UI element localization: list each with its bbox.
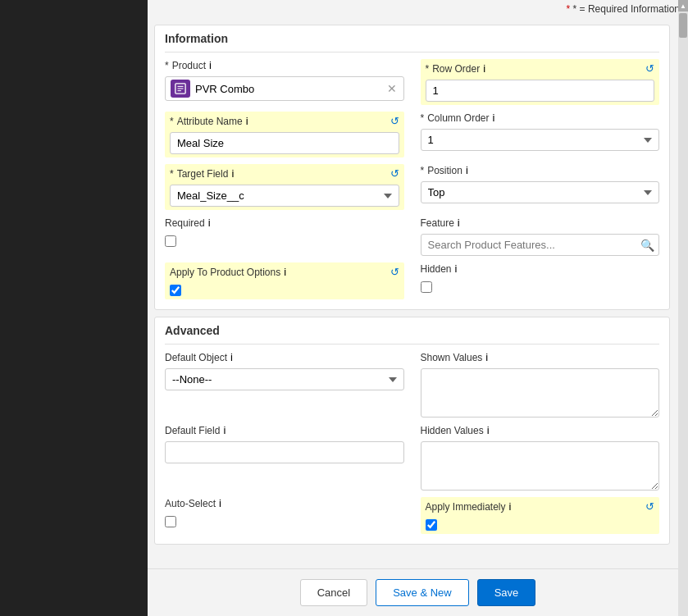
footer-bar: Cancel Save & New Save (148, 568, 688, 616)
hidden-group: Hidden i (421, 262, 660, 299)
hidden-values-group: Hidden Values i (421, 424, 660, 491)
information-form-grid: * Product i (165, 59, 659, 299)
asterisk: * (567, 3, 571, 15)
attribute-name-info-icon[interactable]: i (246, 115, 248, 127)
position-info-icon[interactable]: i (466, 164, 468, 176)
hidden-label-row: Hidden i (421, 262, 660, 275)
hidden-checkbox-wrapper (421, 281, 660, 293)
target-field-required-star: * (170, 168, 174, 180)
default-object-select[interactable]: --None-- (165, 368, 404, 390)
default-field-label-row: Default Field i (165, 424, 404, 436)
apply-product-options-reset-icon[interactable]: ↺ (390, 266, 399, 278)
apply-immediately-checkbox[interactable] (426, 519, 437, 531)
product-required-star: * (165, 60, 169, 71)
product-input-wrapper: PVR Combo ✕ (165, 76, 404, 101)
hidden-values-label: Hidden Values (421, 425, 484, 436)
feature-info-icon[interactable]: i (458, 217, 460, 229)
row-order-info-icon[interactable]: i (483, 62, 485, 75)
required-checkbox-info-icon[interactable]: i (208, 217, 211, 229)
position-group: * Position i Top Bottom Left Right (421, 164, 660, 210)
feature-search-input[interactable] (421, 234, 660, 256)
apply-immediately-info-icon[interactable]: i (509, 500, 512, 513)
auto-select-label: Auto-Select (165, 498, 216, 509)
apply-product-options-label-row: Apply To Product Options i ↺ (170, 266, 399, 278)
shown-values-label-row: Shown Values i (421, 351, 660, 363)
position-required-star: * (421, 165, 425, 176)
auto-select-label-row: Auto-Select i (165, 497, 404, 509)
information-section-header: Information (155, 25, 669, 52)
default-object-group: Default Object i --None-- (165, 351, 404, 418)
product-svg-icon (175, 83, 186, 94)
required-checkbox[interactable] (165, 235, 176, 247)
position-label-row: * Position i (421, 164, 660, 176)
product-clear-button[interactable]: ✕ (385, 82, 399, 95)
target-field-reset-icon[interactable]: ↺ (390, 167, 399, 180)
apply-immediately-group: Apply Immediately i ↺ (421, 497, 660, 534)
save-button[interactable]: Save (477, 579, 536, 606)
feature-label-row: Feature i (421, 217, 660, 229)
left-panel (0, 0, 148, 616)
attribute-name-label: Attribute Name (177, 116, 243, 127)
apply-product-options-checkbox[interactable] (170, 285, 181, 296)
target-field-label-row: * Target Field i ↺ (170, 167, 399, 180)
information-section: Information * Product i (154, 25, 670, 310)
product-info-icon[interactable]: i (209, 59, 212, 71)
feature-search-wrapper: 🔍 (421, 234, 660, 256)
position-label: Position (427, 165, 462, 176)
product-group: * Product i (165, 59, 404, 105)
hidden-values-textarea[interactable] (421, 441, 660, 491)
scrollbar-thumb[interactable] (679, 13, 687, 38)
target-field-info-icon[interactable]: i (231, 167, 234, 180)
target-field-label: Target Field (177, 168, 229, 180)
product-label-row: * Product i (165, 59, 404, 71)
scrollbar-track[interactable]: ▲ (678, 0, 688, 616)
attribute-name-reset-icon[interactable]: ↺ (390, 115, 399, 127)
column-order-label: Column Order (427, 112, 489, 124)
default-object-info-icon[interactable]: i (230, 351, 233, 363)
default-field-input[interactable] (165, 441, 404, 463)
attribute-name-input[interactable] (170, 132, 399, 154)
information-section-body: * Product i (155, 52, 669, 309)
bottom-spacer (148, 551, 677, 559)
apply-product-options-info-icon[interactable]: i (284, 266, 286, 278)
advanced-form-grid: Default Object i --None-- Shown Values i (165, 351, 659, 534)
hidden-info-icon[interactable]: i (455, 262, 458, 275)
apply-immediately-label: Apply Immediately (426, 501, 506, 513)
apply-immediately-label-row: Apply Immediately i ↺ (426, 500, 655, 513)
auto-select-info-icon[interactable]: i (219, 497, 221, 509)
shown-values-textarea[interactable] (421, 368, 660, 418)
product-icon (171, 80, 190, 98)
target-field-group: * Target Field i ↺ Meal_Size__c (165, 164, 404, 210)
default-object-label-row: Default Object i (165, 351, 404, 363)
default-object-label: Default Object (165, 352, 227, 363)
required-checkbox-label: Required (165, 217, 205, 229)
attribute-name-group: * Attribute Name i ↺ (165, 112, 404, 157)
row-order-reset-icon[interactable]: ↺ (645, 62, 654, 75)
position-select[interactable]: Top Bottom Left Right (421, 181, 660, 203)
apply-immediately-reset-icon[interactable]: ↺ (645, 500, 654, 513)
feature-label: Feature (421, 217, 454, 229)
hidden-checkbox[interactable] (421, 281, 432, 293)
column-order-required-star: * (421, 112, 425, 124)
attribute-name-required-star: * (170, 116, 174, 127)
attribute-name-label-row: * Attribute Name i ↺ (170, 115, 399, 127)
required-checkbox-wrapper (165, 235, 404, 247)
shown-values-group: Shown Values i (421, 351, 660, 418)
content-area: Information * Product i (148, 18, 688, 568)
column-order-select[interactable]: 1 2 3 (421, 129, 660, 151)
scrollbar-up[interactable]: ▲ (678, 0, 688, 11)
target-field-select[interactable]: Meal_Size__c (170, 185, 399, 207)
cancel-button[interactable]: Cancel (300, 579, 367, 606)
shown-values-info-icon[interactable]: i (485, 351, 488, 363)
hidden-values-info-icon[interactable]: i (487, 424, 490, 436)
required-checkbox-label-row: Required i (165, 217, 404, 229)
default-field-info-icon[interactable]: i (223, 424, 226, 436)
auto-select-checkbox[interactable] (165, 516, 176, 527)
column-order-label-row: * Column Order i (421, 112, 660, 124)
save-new-button[interactable]: Save & New (376, 579, 469, 606)
row-order-input[interactable] (426, 80, 655, 102)
row-order-required-star: * (426, 63, 430, 75)
column-order-info-icon[interactable]: i (493, 112, 495, 124)
apply-immediately-checkbox-wrapper (426, 519, 655, 531)
required-checkbox-group: Required i (165, 217, 404, 256)
